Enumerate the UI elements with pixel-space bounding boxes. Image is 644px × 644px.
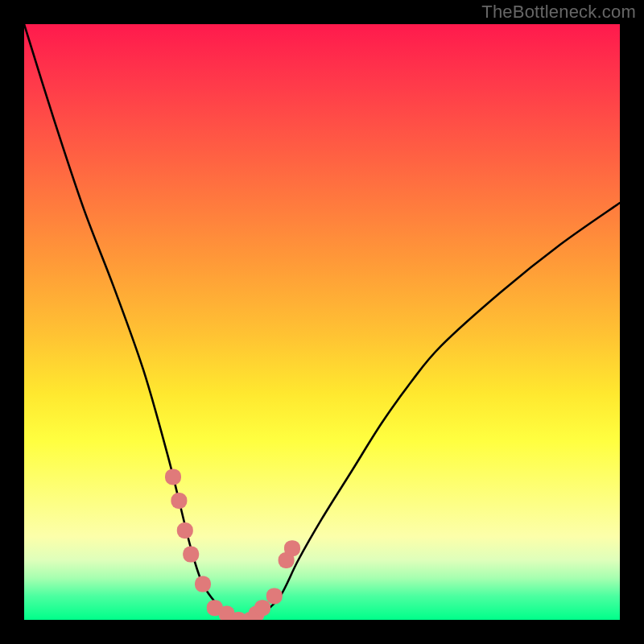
curve-marker [183,547,199,563]
curve-marker [195,576,211,592]
bottleneck-curve [24,24,620,620]
curve-marker [242,612,258,620]
plot-area [24,24,620,620]
curve-marker [266,588,283,604]
chart-frame: TheBottleneck.com [0,0,644,644]
curve-svg [24,24,620,620]
curve-marker [177,522,193,539]
curve-marker [279,552,295,568]
curve-marker [207,600,223,616]
curve-marker [254,600,270,616]
curve-marker [219,606,235,620]
watermark-text: TheBottleneck.com [481,2,636,23]
curve-marker [230,612,246,620]
curve-marker [249,606,265,620]
curve-marker [165,469,181,485]
curve-marker [284,540,300,556]
curve-markers [165,469,300,620]
curve-marker [171,493,187,509]
